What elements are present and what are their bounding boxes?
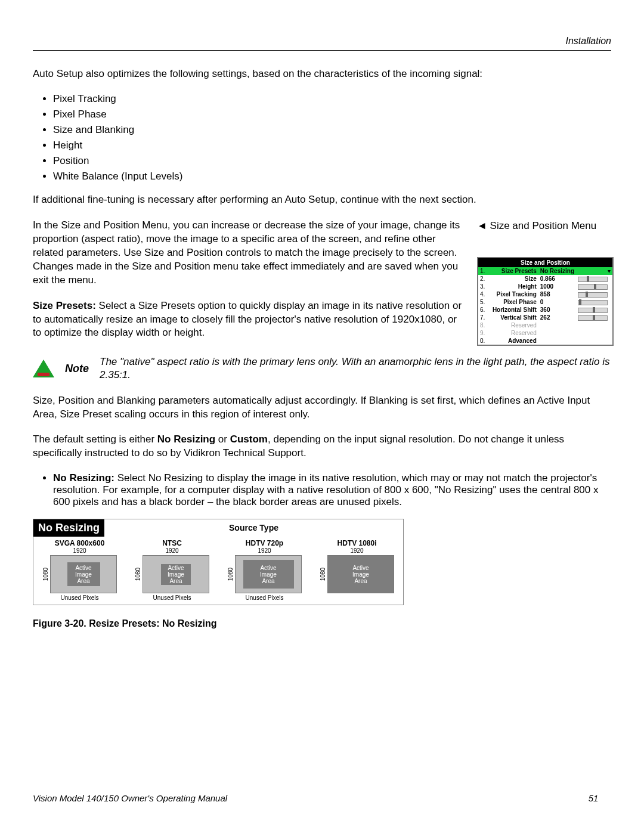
figure-cell: SVGA 800x60019201080ActiveImageAreaUnuse… [33, 537, 126, 605]
size-presets-label: Size Presets: [33, 300, 96, 311]
sizepos-para: In the Size and Position Menu, you can i… [33, 219, 463, 287]
no-resizing-bullet: No Resizing: Select No Resizing to displ… [33, 472, 611, 508]
figure-cell: NTSC19201080ActiveImageAreaUnused Pixels [126, 537, 218, 605]
bullet-item: Height [53, 140, 611, 151]
osd-row: 5.Pixel Phase0 [478, 298, 612, 306]
figure-cell: HDTV 720p19201080ActiveImageAreaUnused P… [218, 537, 311, 605]
t: The default setting is either [33, 433, 157, 445]
t: Custom [230, 433, 268, 445]
bullet-item: Pixel Phase [53, 109, 611, 120]
after-note-p2: The default setting is either No Resizin… [33, 433, 611, 460]
osd-row: 4.Pixel Tracking858 [478, 290, 612, 298]
nr-text: Select No Resizing to display the image … [53, 472, 599, 507]
intro-after: If additional fine-tuning is necessary a… [33, 193, 611, 207]
after-note-p1: Size, Position and Blanking parameters a… [33, 394, 611, 422]
sizepos-presets: Size Presets: Select a Size Presets opti… [33, 299, 463, 340]
bullet-item: Size and Blanking [53, 124, 611, 136]
bullet-item: White Balance (Input Levels) [53, 171, 611, 182]
note-block: Note The "native" aspect ratio is with t… [33, 355, 611, 382]
osd-row: 1.Size PresetsNo Resizing▾ [478, 267, 612, 275]
osd-row: 8.Reserved [478, 321, 612, 329]
figure-source-type: Source Type [104, 519, 403, 537]
figure-table: No Resizing Source Type SVGA 800x6001920… [33, 519, 404, 605]
osd-panel: Size and Position 1.Size PresetsNo Resiz… [477, 257, 614, 346]
figure-badge: No Resizing [33, 519, 104, 537]
note-icon [33, 360, 54, 377]
nr-label: No Resizing: [53, 472, 114, 484]
osd-row: 6.Horizontal Shift360 [478, 306, 612, 314]
figure-cell: HDTV 1080i19201080ActiveImageArea [311, 537, 403, 605]
osd-row: 9.Reserved [478, 329, 612, 337]
osd-row: 3.Height1000 [478, 283, 612, 290]
osd-row: 7.Vertical Shift262 [478, 314, 612, 321]
footer: Vision Model 140/150 Owner's Operating M… [33, 793, 611, 803]
bullet-item: Position [53, 155, 611, 167]
footer-page: 51 [575, 793, 611, 803]
note-label: Note [65, 363, 89, 375]
osd-title: Size and Position [478, 258, 612, 267]
size-presets-text: Select a Size Presets option to quickly … [33, 300, 462, 339]
side-heading: Size and Position Menu [477, 220, 611, 232]
note-text: The "native" aspect ratio is with the pr… [100, 355, 611, 382]
intro-bullets: Pixel TrackingPixel PhaseSize and Blanki… [33, 93, 611, 182]
figure-caption: Figure 3-20. Resize Presets: No Resizing [33, 618, 611, 629]
osd-row: 2.Size0.866 [478, 275, 612, 283]
section-header: Installation [33, 36, 611, 51]
t: or [215, 433, 230, 445]
footer-manual: Vision Model 140/150 Owner's Operating M… [33, 793, 575, 803]
intro-lead: Auto Setup also optimizes the following … [33, 67, 611, 81]
osd-row: 0.Advanced [478, 337, 612, 345]
bullet-item: Pixel Tracking [53, 93, 611, 105]
t: No Resizing [157, 433, 215, 445]
